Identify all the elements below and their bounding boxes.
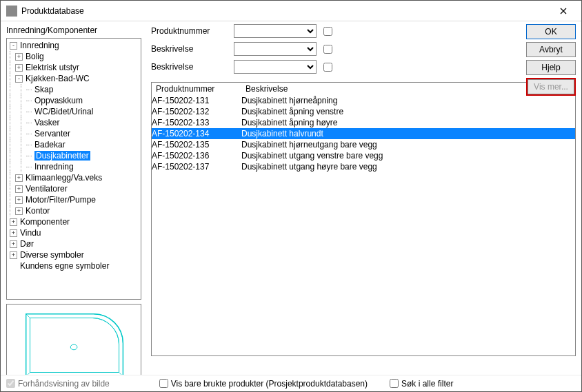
tree-label: Dør	[20, 239, 34, 249]
expand-icon[interactable]: +	[10, 240, 17, 248]
tree-label: Dusjkabinetter	[34, 151, 90, 161]
tree-label: Bolig	[26, 52, 44, 61]
preview-checkbox-label: Forhåndsvisning av bilde	[18, 379, 110, 389]
tree-node[interactable]: +Elektrisk utstyr	[7, 62, 141, 73]
tree-label: WC/Bidet/Urinal	[34, 107, 93, 116]
table-row[interactable]: AF-150202-137Dusjkabinett utgang høyre b…	[152, 161, 575, 172]
tree-node[interactable]: +Komponenter	[7, 216, 141, 227]
cell-beskrivelse: Dusjkabinett åpning høyre	[241, 118, 337, 127]
usedonly-checkbox-label: Vis bare brukte produkter (Prosjektprodu…	[171, 379, 368, 389]
cell-beskrivelse: Dusjkabinett halvrundt	[241, 129, 323, 138]
expand-icon[interactable]: +	[10, 229, 17, 237]
tree-label: Badekar	[34, 140, 66, 149]
expand-icon[interactable]: +	[15, 196, 23, 204]
filter1-select[interactable]	[234, 24, 317, 38]
searchall-checkbox-wrap[interactable]: Søk i alle filter	[390, 379, 453, 389]
titlebar: Produktdatabase	[1, 1, 581, 21]
cell-beskrivelse: Dusjkabinett hjørneåpning	[241, 96, 337, 105]
tree-node[interactable]: Kundens egne symboler	[7, 260, 141, 271]
tree-node[interactable]: +Bolig	[7, 51, 141, 62]
expand-icon[interactable]: -	[15, 75, 23, 83]
expand-icon[interactable]: +	[15, 207, 23, 215]
filter3-checkbox[interactable]	[323, 63, 332, 72]
cell-produktnummer: AF-150202-134	[152, 129, 241, 138]
col-beskrivelse: Beskrivelse	[245, 84, 288, 94]
expand-icon[interactable]: +	[15, 53, 23, 61]
cell-beskrivelse: Dusjkabinett utgang høyre bare vegg	[241, 162, 377, 172]
tree-node[interactable]: +Diverse symboler	[7, 249, 141, 260]
tree-node[interactable]: Servanter	[7, 128, 141, 139]
cell-produktnummer: AF-150202-133	[152, 118, 241, 127]
cell-beskrivelse: Dusjkabinett åpning venstre	[241, 107, 343, 116]
table-row[interactable]: AF-150202-134Dusjkabinett halvrundt	[152, 128, 575, 139]
tree-node[interactable]: Innredning	[7, 161, 141, 172]
tree-node[interactable]: +Motor/Filter/Pumpe	[7, 194, 141, 205]
cell-beskrivelse: Dusjkabinett utgang venstre bare vegg	[241, 151, 383, 161]
tree-node[interactable]: Dusjkabinetter	[7, 150, 141, 161]
cancel-button[interactable]: Avbryt	[526, 42, 576, 57]
tree-label: Kontor	[26, 206, 50, 216]
product-grid[interactable]: Produktnummer Beskrivelse AF-150202-131D…	[151, 82, 576, 356]
show-more-highlight: Vis mer...	[526, 78, 576, 96]
show-more-button[interactable]: Vis mer...	[528, 79, 574, 94]
expand-icon[interactable]: +	[10, 251, 17, 259]
ok-button[interactable]: OK	[526, 24, 576, 39]
usedonly-checkbox-wrap[interactable]: Vis bare brukte produkter (Prosjektprodu…	[159, 379, 368, 389]
filter1-label: Produktnummer	[151, 26, 227, 36]
expand-icon[interactable]: +	[15, 64, 23, 72]
tree-label: Innredning	[20, 41, 59, 50]
tree-node[interactable]: Vasker	[7, 117, 141, 128]
window-title: Produktdatabase	[21, 6, 548, 16]
tree-label: Oppvaskkum	[34, 96, 83, 105]
col-produktnummer: Produktnummer	[156, 84, 245, 94]
cell-produktnummer: AF-150202-136	[152, 151, 241, 161]
footer: Forhåndsvisning av bilde Vis bare brukte…	[1, 375, 581, 391]
tree-node[interactable]: -Kjøkken-Bad-WC	[7, 73, 141, 84]
filter3-select[interactable]	[234, 60, 317, 74]
expand-icon[interactable]	[10, 262, 17, 270]
tree-node[interactable]: WC/Bidet/Urinal	[7, 106, 141, 117]
preview-checkbox[interactable]	[6, 379, 15, 388]
tree-caption: Innredning/Komponenter	[6, 24, 141, 38]
expand-icon[interactable]: -	[10, 42, 17, 50]
tree-node[interactable]: +Dør	[7, 238, 141, 249]
preview-checkbox-wrap[interactable]: Forhåndsvisning av bilde	[6, 379, 110, 389]
tree-node-root[interactable]: - Innredning	[7, 40, 141, 51]
button-column: OK Avbryt Hjelp Vis mer...	[526, 24, 576, 96]
table-row[interactable]: AF-150202-133Dusjkabinett åpning høyre	[152, 117, 575, 128]
cell-produktnummer: AF-150202-131	[152, 96, 241, 105]
tree-label: Ventilatorer	[26, 184, 68, 194]
table-row[interactable]: AF-150202-131Dusjkabinett hjørneåpning	[152, 95, 575, 106]
help-button[interactable]: Hjelp	[526, 60, 576, 75]
filter-grid: Produktnummer Beskrivelse Beskrivelse	[151, 24, 576, 74]
table-row[interactable]: AF-150202-132Dusjkabinett åpning venstre	[152, 106, 575, 117]
tree-node[interactable]: Skap	[7, 84, 141, 95]
tree-label: Motor/Filter/Pumpe	[26, 195, 96, 205]
table-row[interactable]: AF-150202-135Dusjkabinett hjørneutgang b…	[152, 139, 575, 150]
tree-label: Klimaanlegg/Va.veks	[26, 173, 102, 183]
tree-node[interactable]: +Ventilatorer	[7, 183, 141, 194]
tree-label: Kjøkken-Bad-WC	[26, 74, 90, 83]
filter2-select[interactable]	[234, 42, 317, 56]
table-row[interactable]: AF-150202-136Dusjkabinett utgang venstre…	[152, 150, 575, 161]
expand-icon[interactable]: +	[10, 218, 17, 226]
searchall-checkbox[interactable]	[390, 379, 399, 388]
cell-produktnummer: AF-150202-137	[152, 162, 241, 172]
tree-label: Vindu	[20, 228, 41, 238]
tree[interactable]: - Innredning +Bolig+Elektrisk utstyr-Kjø…	[6, 38, 141, 300]
tree-label: Diverse symboler	[20, 250, 84, 260]
filter2-checkbox[interactable]	[323, 45, 332, 54]
close-button[interactable]	[548, 1, 579, 21]
expand-icon[interactable]: +	[15, 174, 23, 182]
tree-node[interactable]: Oppvaskkum	[7, 95, 141, 106]
filter3-label: Beskrivelse	[151, 62, 227, 72]
tree-node[interactable]: +Vindu	[7, 227, 141, 238]
usedonly-checkbox[interactable]	[159, 379, 168, 388]
searchall-checkbox-label: Søk i alle filter	[401, 379, 453, 389]
tree-node[interactable]: Badekar	[7, 139, 141, 150]
tree-node[interactable]: +Klimaanlegg/Va.veks	[7, 172, 141, 183]
filter1-checkbox[interactable]	[323, 27, 332, 36]
expand-icon[interactable]: +	[15, 185, 23, 193]
tree-label: Servanter	[34, 129, 70, 138]
tree-node[interactable]: +Kontor	[7, 205, 141, 216]
